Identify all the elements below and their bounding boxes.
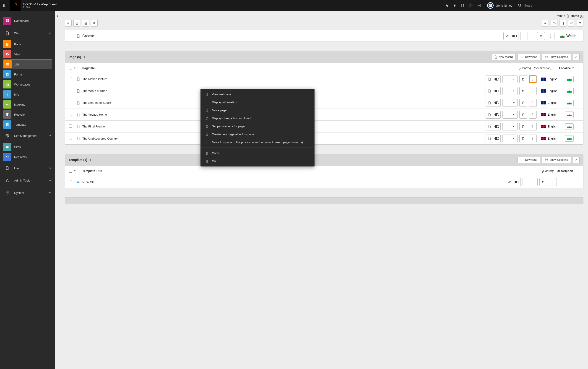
new-record-button[interactable] xyxy=(65,20,72,27)
more-button[interactable] xyxy=(529,123,536,130)
row-title[interactable]: NEW SITE xyxy=(82,180,504,184)
pane-splitter[interactable] xyxy=(55,11,60,369)
more-button[interactable] xyxy=(529,111,536,118)
cache-button[interactable] xyxy=(542,20,549,27)
delete-button[interactable] xyxy=(537,32,545,40)
delete-button[interactable] xyxy=(520,75,527,83)
delete-button[interactable] xyxy=(520,111,527,118)
flash-icon[interactable] xyxy=(453,3,457,8)
module-info[interactable]: iInfo xyxy=(0,89,55,99)
module-workspaces[interactable]: Workspaces xyxy=(0,79,55,89)
row-checkbox[interactable] xyxy=(69,89,76,93)
help-icon[interactable]: ? xyxy=(468,3,473,8)
column-pagetitle[interactable]: Pagetitle xyxy=(80,66,488,70)
module-group-admin[interactable]: Admin Tools xyxy=(0,174,55,186)
more-button[interactable] xyxy=(529,87,536,95)
document-icon[interactable] xyxy=(461,3,464,8)
edit-button[interactable] xyxy=(486,87,493,95)
context-menu-item[interactable]: Create new page after this page xyxy=(200,130,315,138)
context-menu-item[interactable]: Cut xyxy=(200,157,315,165)
more-button[interactable] xyxy=(529,75,536,83)
context-menu-item[interactable]: View webpage xyxy=(200,90,315,98)
localize-wales-button[interactable] xyxy=(565,76,574,82)
collapse-button[interactable] xyxy=(573,54,579,60)
toggle-button[interactable] xyxy=(493,87,500,95)
context-menu-item[interactable]: Move this page to the position after the… xyxy=(200,138,315,146)
edit-button[interactable] xyxy=(486,123,493,130)
select-all-checkbox[interactable]: − xyxy=(69,169,72,173)
edit-button[interactable] xyxy=(486,135,493,142)
move-down-button[interactable] xyxy=(510,111,517,118)
row-checkbox[interactable] xyxy=(69,34,76,38)
column-template-title[interactable]: Template Title xyxy=(80,169,529,173)
module-dashboard[interactable]: Dashboard xyxy=(0,15,55,27)
delete-button[interactable] xyxy=(540,178,547,186)
search-input[interactable] xyxy=(524,4,585,7)
export-button[interactable] xyxy=(82,20,89,27)
reload-button[interactable] xyxy=(551,20,557,27)
delete-button[interactable] xyxy=(520,135,527,142)
context-menu-item[interactable]: iDisplay information xyxy=(200,98,315,106)
chevron-right-icon[interactable] xyxy=(83,56,85,58)
row-title[interactable]: Croeso xyxy=(82,34,502,38)
module-indexing[interactable]: Indexing xyxy=(0,99,55,110)
toggle-button[interactable] xyxy=(511,32,518,40)
panel-title[interactable]: Page (6) xyxy=(69,55,81,59)
localize-wales-button[interactable] xyxy=(565,88,574,94)
global-search[interactable] xyxy=(515,3,588,8)
localize-wales-button[interactable] xyxy=(565,100,574,106)
caret-down-icon[interactable]: ▼ xyxy=(74,170,76,172)
show-columns-button[interactable]: Show Columns xyxy=(542,157,571,163)
delete-button[interactable] xyxy=(520,99,527,106)
search-toolbar-button[interactable] xyxy=(91,20,98,27)
context-menu-item[interactable]: Move page xyxy=(200,106,315,114)
chevron-right-icon[interactable] xyxy=(89,159,92,161)
edit-button[interactable] xyxy=(486,111,493,118)
module-group-site[interactable]: Site Management xyxy=(0,130,55,142)
more-button[interactable] xyxy=(529,135,536,142)
panel-title[interactable]: Template (1) xyxy=(69,158,87,162)
module-forms[interactable]: Forms xyxy=(0,69,55,79)
new-record-button[interactable]: New record xyxy=(491,54,516,60)
show-columns-button[interactable]: Show Columns xyxy=(542,54,571,60)
toggle-button[interactable] xyxy=(513,178,520,186)
move-down-button[interactable] xyxy=(510,99,517,106)
module-redirects[interactable]: Redirects xyxy=(0,152,55,162)
share-button[interactable] xyxy=(568,20,575,27)
select-all-checkbox[interactable]: − xyxy=(69,66,72,70)
module-group-web[interactable]: Web xyxy=(0,27,55,39)
user-menu[interactable]: Gene Nimoy xyxy=(485,0,515,11)
app-launcher-button[interactable] xyxy=(0,0,10,11)
more-button[interactable] xyxy=(547,32,554,40)
more-button[interactable] xyxy=(549,178,557,186)
download-button[interactable]: Download xyxy=(517,157,540,163)
module-sites[interactable]: Sites xyxy=(0,142,55,152)
module-view[interactable]: View xyxy=(0,49,55,59)
row-checkbox[interactable] xyxy=(69,137,76,141)
context-menu-item[interactable]: Copy xyxy=(200,149,315,157)
move-down-button[interactable] xyxy=(510,75,517,83)
help-toolbar-button[interactable]: ? xyxy=(577,20,583,27)
paste-button[interactable] xyxy=(73,20,80,27)
row-title[interactable]: The Motion Picture xyxy=(82,77,484,81)
localize-wales-button[interactable] xyxy=(565,112,574,118)
edit-button[interactable] xyxy=(486,99,493,106)
download-button[interactable]: Download xyxy=(517,54,540,60)
toggle-button[interactable] xyxy=(493,99,500,106)
row-checkbox[interactable] xyxy=(69,180,76,184)
row-checkbox[interactable] xyxy=(69,124,76,128)
list-icon[interactable] xyxy=(477,3,481,8)
caret-down-icon[interactable]: ▼ xyxy=(74,67,76,69)
toggle-button[interactable] xyxy=(493,123,500,130)
edit-button[interactable] xyxy=(486,75,493,83)
toggle-button[interactable] xyxy=(493,75,500,83)
toggle-button[interactable] xyxy=(493,111,500,118)
module-template[interactable]: Template xyxy=(0,120,55,130)
context-menu-item[interactable]: Display change history / Un-do xyxy=(200,114,315,122)
row-checkbox[interactable] xyxy=(69,101,76,105)
move-down-button[interactable] xyxy=(510,87,517,95)
bookmark-icon[interactable] xyxy=(445,3,449,8)
row-checkbox[interactable] xyxy=(69,77,76,81)
move-down-button[interactable] xyxy=(510,123,517,130)
context-menu-item[interactable]: Set permissions for page xyxy=(200,122,315,130)
